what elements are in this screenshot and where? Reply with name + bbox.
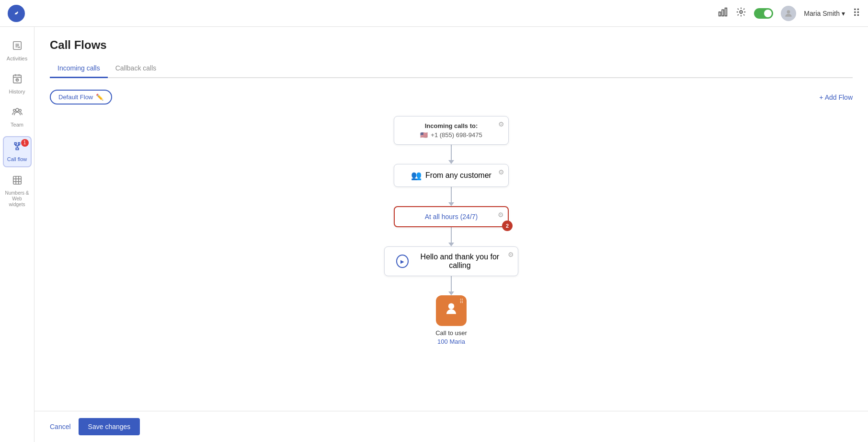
person-icon (444, 302, 458, 320)
svg-point-1 (17, 12, 18, 13)
svg-point-22 (448, 303, 455, 309)
logo[interactable] (8, 5, 25, 22)
tab-callback-calls[interactable]: Callback calls (108, 59, 164, 78)
settings-icon[interactable] (736, 7, 746, 20)
activities-icon (12, 40, 23, 54)
cancel-button[interactable]: Cancel (50, 423, 71, 430)
from-any-customer-gear[interactable]: ⚙ (498, 168, 504, 176)
history-label: History (9, 89, 25, 95)
flow-toolbar: Default Flow ✏️ + Add Flow (50, 90, 853, 105)
greeting-content: ▶ Hello and thank you for calling (396, 253, 506, 270)
sidebar: Activities History (0, 27, 34, 442)
incoming-calls-sub: 🇺🇸 +1 (855) 698-9475 (406, 131, 497, 139)
at-all-hours-gear[interactable]: ⚙ (498, 211, 504, 219)
content-area: Call Flows Incoming calls Callback calls… (34, 27, 868, 442)
svg-point-13 (15, 109, 18, 112)
add-flow-button[interactable]: + Add Flow (819, 93, 853, 101)
incoming-calls-node: ⚙ Incoming calls to: 🇺🇸 +1 (855) 698-947… (394, 116, 509, 145)
svg-rect-3 (722, 10, 724, 16)
history-icon (12, 73, 23, 87)
header-left (8, 5, 25, 22)
svg-rect-16 (16, 148, 19, 150)
flow-canvas: Default Flow ✏️ + Add Flow ⚙ Incoming ca… (34, 78, 868, 411)
play-icon: ▶ (396, 255, 409, 268)
activities-label: Activities (7, 56, 27, 62)
user-name-label[interactable]: Maria Smith ▾ (804, 10, 845, 17)
page-title: Call Flows (50, 38, 853, 52)
svg-point-14 (13, 109, 15, 112)
connector-1 (448, 145, 454, 164)
content-header: Call Flows Incoming calls Callback calls (34, 27, 868, 78)
from-any-customer-node: ⚙ 👥 From any customer (394, 164, 509, 187)
numbers-icon (12, 175, 23, 188)
us-flag-icon: 🇺🇸 (420, 131, 428, 139)
avatar (781, 6, 796, 21)
bottom-bar: Cancel Save changes (34, 411, 868, 442)
incoming-calls-title: Incoming calls to: (406, 122, 497, 129)
call-user-icon: ⠿ (436, 295, 467, 326)
svg-point-6 (787, 10, 790, 13)
call-user-node[interactable]: ⠿ Call to user 100 Maria (435, 295, 467, 346)
top-header: Maria Smith ▾ ⠿ (0, 0, 868, 27)
save-changes-button[interactable]: Save changes (79, 418, 140, 435)
at-all-hours-label: At all hours (24/7) (406, 213, 496, 221)
pencil-icon: ✏️ (96, 93, 103, 101)
svg-rect-2 (719, 12, 721, 16)
connector-3 (448, 227, 454, 246)
tabs: Incoming calls Callback calls (50, 59, 853, 78)
svg-rect-4 (725, 8, 727, 16)
flow-diagram: ⚙ Incoming calls to: 🇺🇸 +1 (855) 698-947… (50, 116, 853, 365)
greeting-node: ⚙ ▶ Hello and thank you for calling (384, 246, 518, 276)
connector-2 (448, 187, 454, 206)
svg-rect-17 (13, 176, 21, 185)
default-flow-button[interactable]: Default Flow ✏️ (50, 90, 112, 105)
connector-4 (448, 276, 454, 295)
numbers-label: Numbers &Web widgets (5, 190, 30, 208)
tab-incoming-calls[interactable]: Incoming calls (50, 59, 108, 78)
call-flow-label: Call flow (7, 156, 27, 163)
at-all-hours-node: ⚙ At all hours (24/7) 2 (394, 206, 509, 227)
greeting-gear[interactable]: ⚙ (508, 251, 514, 258)
team-label: Team (11, 122, 23, 128)
apps-icon[interactable]: ⠿ (853, 7, 860, 20)
call-flow-badge: 1 (21, 139, 29, 147)
call-user-label: Call to user 100 Maria (435, 329, 467, 346)
sidebar-item-history[interactable]: History (3, 70, 32, 99)
at-all-hours-badge: 2 (502, 221, 513, 231)
dots-icon: ⠿ (459, 298, 464, 305)
svg-point-15 (19, 109, 21, 112)
sidebar-item-team[interactable]: Team (3, 103, 32, 132)
people-icon: 👥 (411, 170, 422, 181)
from-any-label: 👥 From any customer (406, 170, 497, 181)
sidebar-item-activities[interactable]: Activities (3, 36, 32, 66)
sidebar-item-numbers[interactable]: Numbers &Web widgets (3, 171, 32, 211)
header-right: Maria Smith ▾ ⠿ (718, 6, 860, 21)
status-toggle[interactable] (754, 8, 773, 19)
incoming-calls-gear[interactable]: ⚙ (498, 120, 504, 128)
chart-icon[interactable] (718, 7, 728, 20)
svg-rect-11 (13, 75, 21, 83)
sidebar-item-call-flow[interactable]: 1 Call flow (3, 136, 32, 167)
svg-point-5 (740, 11, 743, 13)
main-layout: Activities History (0, 27, 868, 442)
team-icon (12, 106, 23, 120)
